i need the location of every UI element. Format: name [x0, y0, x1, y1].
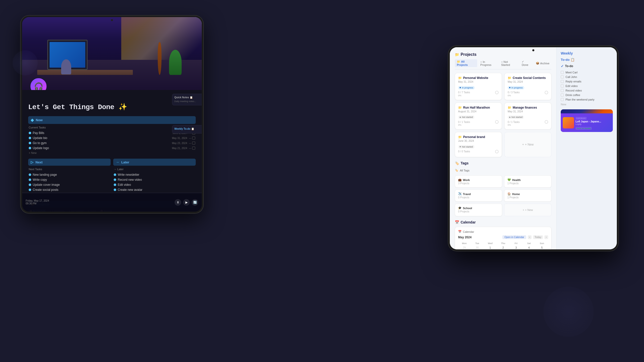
weekly-heading: Weekly: [561, 51, 613, 55]
task-row: Update cover image: [28, 182, 111, 187]
room-scene: [22, 17, 202, 90]
music-controls: ⏸ ▶ 🔄: [175, 199, 198, 206]
cal-grid: Mon Tue Wed Thu Fri Sat Sun 29 30 1 2 3: [458, 242, 548, 249]
quick-notes-content: Daily meeting notes...: [174, 100, 200, 103]
right-tablet-inner: 📁 Projects 📁 All Projects ○ In Progress …: [450, 47, 617, 249]
checkbox-meet-carl[interactable]: [561, 71, 564, 74]
calendar-label: 📅 Calendar: [458, 230, 548, 233]
badge-inprogress-2: In progress: [508, 86, 524, 89]
next-later-grid: ▷ Next Next Tasks New landing page Write…: [28, 159, 196, 197]
sparkle-icon: ✨: [118, 103, 127, 111]
checkbox-edit-video[interactable]: [561, 84, 564, 87]
cal-day-29[interactable]: 29: [458, 246, 470, 249]
new-tag-card[interactable]: + + New: [504, 204, 551, 216]
todo-drink-coffee: Drink coffee: [561, 93, 613, 97]
cal-prev-btn[interactable]: ‹: [528, 235, 532, 239]
task-row: Write newsletter: [113, 172, 196, 177]
quick-notes-header: Quick Notes 📋: [174, 96, 200, 99]
checkbox-reply-emails[interactable]: [561, 80, 564, 83]
filter-in-progress[interactable]: ○ In Progress: [478, 59, 498, 67]
task-row: Record new video: [113, 177, 196, 182]
calendar-heading: 📅 Calendar: [455, 220, 551, 224]
task-checkbox[interactable]: [192, 137, 195, 140]
filter-not-started[interactable]: ○ Not Started: [499, 59, 519, 67]
checkbox-record-video[interactable]: [561, 89, 564, 92]
lofi-spotify-btn[interactable]: Save on Spotify: [576, 127, 592, 130]
task-row: Pay Bills June 2, 2024 —: [28, 130, 196, 135]
later-header: → Later: [113, 159, 196, 166]
tag-school: 🎓School 0 Projects: [455, 204, 502, 216]
check-done-icon: ✓: [561, 64, 564, 68]
task-row: Go to gym May 23, 2024 —: [28, 141, 196, 146]
tags-icon: 🏷️: [455, 161, 459, 165]
filter-archive[interactable]: 📦 Archive: [534, 59, 551, 67]
right-main: 📁 Projects 📁 All Projects ○ In Progress …: [450, 47, 556, 249]
cal-month: May 2024: [458, 236, 471, 239]
filter-done[interactable]: ✓ Done: [520, 59, 533, 67]
task-row: Write copy: [28, 177, 111, 182]
cal-today-btn[interactable]: Today: [533, 235, 543, 239]
cal-day-1[interactable]: 1: [484, 246, 496, 249]
filter-all[interactable]: 📁 All Projects: [455, 59, 477, 67]
next-icon: ▷: [31, 160, 33, 164]
later-tasks-label: → Later: [113, 168, 196, 171]
checkbox-drink-coffee[interactable]: [561, 94, 564, 97]
progress-circle-2: [545, 91, 548, 94]
proj-card-personal-brand: 📁 Personal brand June 30, 2024 Not start…: [455, 132, 502, 157]
weekly-todo-left: Weekly To-do 📋: [172, 125, 202, 133]
music-play-btn[interactable]: ▶: [183, 199, 190, 206]
weekly-todo-left-header: Weekly To-do 📋: [174, 127, 200, 130]
task-checkbox[interactable]: [192, 142, 195, 145]
tag-health: 💚Health 1 Projects: [504, 175, 551, 188]
tags-grid: 💼Work 3 Projects 💚Health 1 Projects ✈️Tr…: [455, 175, 551, 216]
next-header: ▷ Next: [28, 159, 111, 166]
music-loop-btn[interactable]: 🔄: [192, 199, 198, 206]
cal-open-btn[interactable]: Open in Calendar: [502, 235, 526, 239]
new-proj-card[interactable]: + + New: [504, 132, 551, 157]
cal-header: May 2024 Open in Calendar ‹ Today ›: [458, 235, 548, 239]
proj-cards-grid: 📁 Personal Website May 31, 2024 In progr…: [455, 73, 551, 157]
todo-call-john: Call John: [561, 75, 613, 79]
camera-left: [111, 19, 113, 21]
progress-circle: [495, 91, 499, 94]
checkbox-plan-party[interactable]: [561, 98, 564, 101]
task-row: Edit video: [113, 182, 196, 187]
cal-day-5[interactable]: 5: [536, 246, 548, 249]
badge-inprogress: In progress: [458, 86, 475, 89]
task-row: Update bio May 31, 2024 —: [28, 135, 196, 141]
now-header: ◆ Now: [28, 116, 196, 124]
lofi-art-thumb: [563, 117, 574, 128]
all-tags-row[interactable]: 🏷️ All Tags: [455, 168, 551, 173]
calendar-card: 📅 Calendar May 2024 Open in Calendar ‹ T…: [455, 227, 551, 249]
task-checkbox[interactable]: [192, 147, 195, 150]
later-icon: →: [116, 160, 119, 164]
progress-circle-5: [495, 150, 499, 153]
lofi-info: Lofi Music Lofi Japan - Japane... Lopily…: [576, 115, 611, 130]
music-pause-btn[interactable]: ⏸: [175, 199, 181, 206]
cal-day-30[interactable]: 30: [471, 246, 483, 249]
desk-surface: [37, 70, 133, 75]
task-row: New landing page: [28, 172, 111, 177]
hero-image: 🎧: [22, 17, 202, 90]
todo-heading: To-do 📋: [561, 58, 613, 62]
task-row: Create new avatar: [113, 187, 196, 192]
todo-plan-party: Plan the weekend party: [561, 97, 613, 102]
proj-card-social-right: 📁 Create Social Contents May 31, 2024 In…: [504, 73, 551, 100]
now-dot: ◆: [31, 118, 34, 122]
proj-filter-tabs: 📁 All Projects ○ In Progress ○ Not Start…: [455, 59, 551, 69]
lofi-artist: Lopily: [576, 123, 611, 125]
add-now-task[interactable]: + New: [28, 151, 196, 155]
cal-next-btn[interactable]: ›: [544, 235, 548, 239]
todo-new-btn[interactable]: New: [561, 102, 613, 107]
todo-reply-emails: Reply emails: [561, 79, 613, 84]
cal-day-3[interactable]: 3: [510, 246, 522, 249]
badge-notstarted-1: Not started: [458, 115, 474, 119]
quick-notes: Quick Notes 📋 Daily meeting notes...: [172, 94, 202, 105]
right-tablet: 📁 Projects 📁 All Projects ○ In Progress …: [448, 45, 619, 251]
checkbox-call-john[interactable]: [561, 75, 564, 78]
tag-work: 💼Work 3 Projects: [455, 175, 502, 188]
cal-day-4[interactable]: 4: [523, 246, 535, 249]
projects-icon-right: 📁: [455, 53, 459, 57]
lofi-player-card: Lofi Music Lofi Japan - Japane... Lopily…: [561, 113, 613, 132]
cal-day-2[interactable]: 2: [497, 246, 509, 249]
